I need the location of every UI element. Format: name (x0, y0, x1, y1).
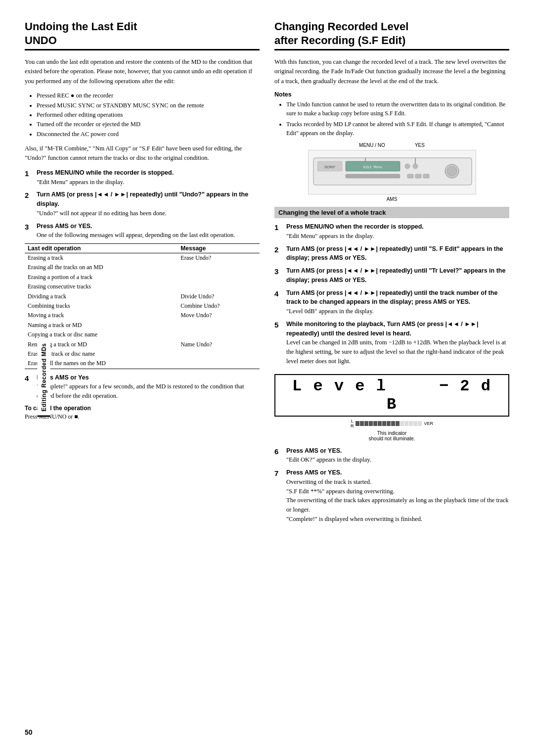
bullet-item: Disconnected the AC power cord (37, 130, 260, 139)
step-number: 7 (274, 468, 283, 478)
table-cell-op: Copying a track or disc name (25, 330, 178, 339)
table-cell-op: Erasing a track (25, 253, 178, 263)
table-cell-op: Moving a track (25, 311, 178, 320)
step-header: Press AMS or YES. (37, 223, 92, 230)
table-header-op: Last edit operation (25, 244, 178, 253)
step-content: Turn AMS (or press |◄◄ / ►►| repeatedly)… (37, 190, 260, 218)
left-section-title: Undoing the Last Edit UNDO (25, 20, 260, 50)
table-cell-op: Erasing consecutive tracks (25, 282, 178, 291)
notes-title: Notes (274, 91, 509, 98)
bullet-item: Pressed MUSIC SYNC or STANDBY MUSC SYNC … (37, 101, 260, 110)
step-body: "Edit Menu" appears in the display. (286, 233, 374, 239)
step-2: 2 Turn AMS (or press |◄◄ / ►►| repeatedl… (25, 190, 260, 218)
step-body: Level can be changed in 2dB units, from … (286, 339, 506, 365)
menu-no-label: MENU / NO (359, 142, 385, 148)
table-cell-msg (178, 359, 260, 369)
step-body: "Edit Menu" appears in the display. (37, 179, 124, 186)
ams-label: AMS (274, 196, 509, 202)
svg-rect-9 (346, 174, 400, 178)
step-content: Press AMS or Yes "Complete!" appears for… (37, 373, 260, 401)
step-number: 4 (274, 288, 283, 299)
right-section-title: Changing Recorded Level after Recording … (274, 20, 509, 50)
step-3: 3 Press AMS or YES. One of the following… (25, 222, 260, 240)
step-header: Press AMS or YES. (286, 469, 342, 476)
step-number: 2 (274, 244, 283, 255)
step-content: Press AMS or YES. One of the following m… (37, 222, 260, 240)
level-display: L e v e l − 2 d B LR VER This indicators… (274, 374, 509, 441)
edit-operation-table: Last edit operation Message Erasing a tr… (25, 243, 260, 369)
device-diagram-area: MENU / NO YES SONY Edit Menu (274, 142, 509, 202)
step-header: While monitoring to the playback, Turn A… (286, 321, 478, 337)
svg-rect-10 (407, 174, 413, 178)
table-cell-msg: Name Undo? (178, 340, 260, 349)
r-step-4: 4 Turn AMS (or press |◄◄ / ►►| repeatedl… (274, 288, 509, 316)
step-content: Turn AMS (or press |◄◄ / ►►| repeatedly)… (286, 288, 509, 316)
step-header: Turn AMS (or press |◄◄ / ►►| repeatedly)… (286, 289, 497, 306)
step-content: While monitoring to the playback, Turn A… (286, 320, 509, 366)
notes-block: Notes The Undo function cannot be used t… (274, 91, 509, 138)
step-content: Turn AMS (or press |◄◄ / ►►| repeatedly)… (286, 266, 509, 285)
table-cell-op: Erasing all the tracks on an MD (25, 263, 178, 272)
level-bar-row-label: LR (351, 419, 354, 428)
table-cell-msg: Move Undo? (178, 311, 260, 320)
table-cell-op: Dividing a track (25, 292, 178, 301)
step-number: 2 (25, 190, 34, 200)
step-number: 1 (25, 168, 34, 179)
sidebar-label: Editing Recorded MDs (38, 339, 50, 417)
step-header: Turn AMS (or press |◄◄ / ►►| repeatedly)… (37, 191, 248, 207)
cancel-title: To cancel the operation (25, 405, 91, 412)
table-cell-msg (178, 263, 260, 272)
svg-point-8 (447, 166, 457, 176)
step-header: Turn AMS (or press |◄◄ / ►►| repeatedly)… (286, 245, 503, 262)
step-body: "Complete!" appears for a few seconds, a… (37, 383, 244, 399)
level-bar (356, 421, 422, 426)
bullet-item: Performed other editing operations (37, 110, 260, 120)
step-body: "Level 0dB" appears in the display. (286, 308, 374, 315)
step-number: 4 (25, 373, 34, 383)
r-step-5: 5 While monitoring to the playback, Turn… (274, 320, 509, 366)
step-header: Press MENU/NO while the recorder is stop… (37, 169, 174, 176)
r-step-1: 1 Press MENU/NO when the recorder is sto… (274, 222, 509, 241)
step-number: 6 (274, 446, 283, 457)
indicator-note: This indicatorshould not illuminate. (274, 430, 509, 441)
r-step-3: 3 Turn AMS (or press |◄◄ / ►►| repeatedl… (274, 266, 509, 285)
step-header: Turn AMS (or press |◄◄ / ►►| repeatedly)… (286, 267, 505, 284)
page-number: 50 (25, 728, 509, 736)
svg-rect-12 (423, 174, 429, 178)
step-header: Press AMS or YES. (286, 447, 342, 454)
table-cell-msg (178, 321, 260, 330)
right-column: Changing Recorded Level after Recording … (274, 20, 509, 724)
table-cell-msg: Combine Undo? (178, 301, 260, 311)
left-intro: You can undo the last edit operation and… (25, 57, 260, 86)
left-column: Undoing the Last Edit UNDO You can undo … (25, 20, 260, 724)
table-header-msg: Message (178, 244, 260, 253)
left-also-note: Also, if "M-TR Combine," "Nm All Copy" o… (25, 144, 260, 163)
step-number: 3 (25, 222, 34, 232)
table-cell-msg (178, 282, 260, 291)
yes-label: YES (415, 142, 425, 148)
step-body: "Edit OK?" appears in the display. (286, 456, 371, 463)
svg-text:Edit Menu: Edit Menu (363, 165, 382, 169)
r-step-6: 6 Press AMS or YES. "Edit OK?" appears i… (274, 446, 509, 465)
table-cell-msg (178, 349, 260, 359)
step-body: Overwriting of the track is started."S.F… (286, 478, 509, 522)
r-step-7: 7 Press AMS or YES. Overwriting of the t… (274, 468, 509, 524)
step-content: Press MENU/NO while the recorder is stop… (37, 168, 260, 187)
svg-point-5 (405, 164, 410, 169)
note-item: Tracks recorded by MD LP cannot be alter… (286, 120, 509, 138)
bullet-item: Turned off the recorder or ejected the M… (37, 120, 260, 129)
svg-text:SONY: SONY (324, 165, 335, 169)
table-cell-op: Erasing a portion of a track (25, 273, 178, 282)
device-image: SONY Edit Menu (308, 150, 476, 194)
step-header: Press MENU/NO when the recorder is stopp… (286, 223, 424, 230)
step-number: 3 (274, 266, 283, 277)
step-4: 4 Press AMS or Yes "Complete!" appears f… (25, 373, 260, 401)
table-cell-op: Naming a track or MD (25, 321, 178, 330)
step-number: 1 (274, 222, 283, 233)
cancel-block: To cancel the operation Press MENU/NO or… (25, 404, 260, 421)
sub-section-header: Changing the level of a whole track (274, 207, 509, 218)
step-content: Press AMS or YES. Overwriting of the tra… (286, 468, 509, 524)
step-1: 1 Press MENU/NO while the recorder is st… (25, 168, 260, 187)
svg-point-6 (413, 164, 418, 169)
step-body: "Undo?" will not appear if no editing ha… (37, 210, 167, 217)
